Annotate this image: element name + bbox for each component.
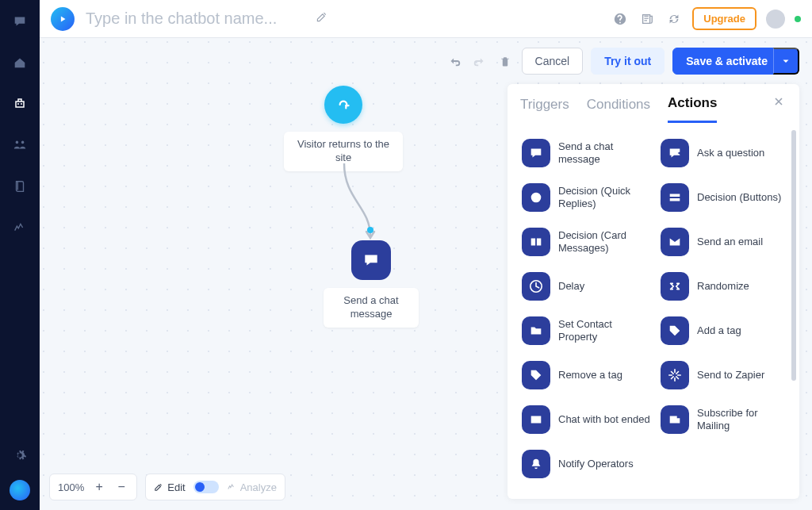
avatar[interactable]: [766, 10, 785, 29]
save-dropdown-button[interactable]: [773, 48, 799, 75]
canvas-footer: 100% + − Edit Analyze: [49, 474, 285, 500]
action-item[interactable]: Decision (Buttons): [659, 178, 793, 217]
action-node[interactable]: Send a chat message: [324, 240, 419, 328]
flow-edge: [343, 163, 390, 243]
chat-icon: [522, 139, 550, 167]
action-item[interactable]: Send to Zapier: [659, 356, 793, 394]
random-icon: [661, 272, 689, 301]
chatbot-name-input[interactable]: [84, 9, 306, 29]
action-item-label: Decision (Buttons): [697, 191, 781, 204]
nav-analytics-icon[interactable]: [11, 219, 29, 236]
action-label: Send a chat message: [324, 288, 419, 328]
nav-settings-icon[interactable]: [11, 447, 29, 464]
action-item[interactable]: Send an email: [659, 223, 793, 261]
action-item-label: Subscribe for Mailing: [697, 407, 791, 433]
tag-icon: [522, 361, 550, 389]
save-activate-button[interactable]: Save & activate: [672, 48, 781, 75]
action-item-label: Send an email: [697, 236, 763, 248]
tab-actions[interactable]: Actions: [668, 95, 717, 123]
brand-logo-icon: [51, 7, 75, 31]
trigger-label: Visitor returns to the site: [284, 132, 403, 171]
question-icon: [661, 139, 689, 167]
action-item-label: Decision (Card Messages): [558, 229, 653, 255]
action-item-label: Send a chat message: [558, 140, 653, 167]
action-item-label: Chat with bot ended: [558, 413, 650, 426]
delete-icon[interactable]: [496, 52, 514, 70]
nav-chat-icon[interactable]: [11, 13, 29, 30]
redo-icon[interactable]: [471, 52, 488, 70]
nav-visitors-icon[interactable]: [11, 136, 29, 154]
zoom-out-button[interactable]: −: [114, 480, 128, 494]
replies-icon: [522, 183, 550, 212]
trigger-reload-icon: [324, 86, 362, 124]
action-item[interactable]: Add a tag: [659, 312, 793, 350]
email-icon: [661, 228, 689, 256]
cards-icon: [522, 228, 550, 256]
nav-home-icon[interactable]: [11, 54, 29, 71]
action-item[interactable]: Set Contact Property: [520, 312, 654, 350]
brand-mark-icon: [10, 480, 30, 500]
mode-toggle: Edit Analyze: [145, 474, 285, 500]
mode-edit-label[interactable]: Edit: [154, 481, 185, 493]
action-item-label: Randomize: [697, 280, 749, 293]
flow-canvas[interactable]: Cancel Try it out Save & activate Visito…: [40, 38, 812, 510]
action-item[interactable]: Randomize: [659, 267, 793, 305]
upgrade-button[interactable]: Upgrade: [692, 7, 756, 30]
node-picker-panel: Triggers Conditions Actions Send a chat …: [508, 84, 799, 499]
mode-analyze-label[interactable]: Analyze: [227, 481, 277, 493]
action-item[interactable]: Notify Operators: [520, 445, 654, 483]
nav-knowledge-icon[interactable]: [11, 178, 29, 195]
action-item-label: Notify Operators: [558, 458, 634, 470]
tab-conditions[interactable]: Conditions: [587, 97, 650, 122]
nav-sidebar: [0, 0, 40, 510]
tag-icon: [661, 316, 689, 345]
action-item[interactable]: Chat with bot ended: [520, 401, 654, 439]
action-item-label: Add a tag: [697, 324, 741, 337]
help-icon[interactable]: [611, 10, 629, 28]
end-icon: [522, 405, 550, 434]
action-item[interactable]: Subscribe for Mailing: [659, 401, 793, 439]
zoom-in-button[interactable]: +: [92, 480, 106, 494]
action-item[interactable]: Decision (Quick Replies): [520, 178, 654, 217]
try-it-out-button[interactable]: Try it out: [591, 48, 665, 75]
nav-bots-icon[interactable]: [11, 95, 29, 113]
top-bar: Upgrade: [40, 0, 812, 38]
flow-edge-endpoint: [367, 227, 373, 233]
action-item[interactable]: Delay: [520, 267, 654, 305]
news-icon[interactable]: [638, 10, 656, 28]
action-item-label: Decision (Quick Replies): [558, 185, 653, 211]
bell-icon: [522, 450, 550, 478]
edit-name-icon[interactable]: [316, 10, 333, 28]
action-item-label: Set Contact Property: [558, 318, 653, 344]
folder-icon: [522, 316, 550, 345]
refresh-icon[interactable]: [665, 10, 683, 28]
zoom-value: 100%: [58, 481, 84, 493]
panel-scrollbar[interactable]: [791, 130, 796, 488]
tab-triggers[interactable]: Triggers: [520, 97, 569, 122]
mode-switch[interactable]: [193, 481, 219, 493]
action-item-label: Ask a question: [697, 147, 764, 159]
cancel-button[interactable]: Cancel: [522, 48, 584, 75]
canvas-toolbar: Cancel Try it out Save & activate: [446, 48, 799, 75]
action-item[interactable]: Send a chat message: [520, 134, 654, 172]
action-item[interactable]: Ask a question: [659, 134, 793, 172]
undo-icon[interactable]: [446, 52, 463, 70]
action-item-label: Delay: [558, 280, 584, 293]
zoom-control: 100% + −: [49, 474, 137, 500]
trigger-node[interactable]: Visitor returns to the site: [284, 86, 403, 171]
close-panel-icon[interactable]: [772, 95, 788, 111]
action-item[interactable]: Remove a tag: [520, 356, 654, 394]
buttons-icon: [661, 183, 689, 212]
action-item-label: Send to Zapier: [697, 369, 764, 382]
action-item-label: Remove a tag: [558, 369, 622, 382]
action-item[interactable]: Decision (Card Messages): [520, 223, 654, 261]
delay-icon: [522, 272, 550, 301]
zapier-icon: [661, 361, 689, 389]
action-chat-icon: [351, 240, 391, 280]
status-online-icon: [795, 16, 801, 22]
mailing-icon: [661, 405, 689, 434]
